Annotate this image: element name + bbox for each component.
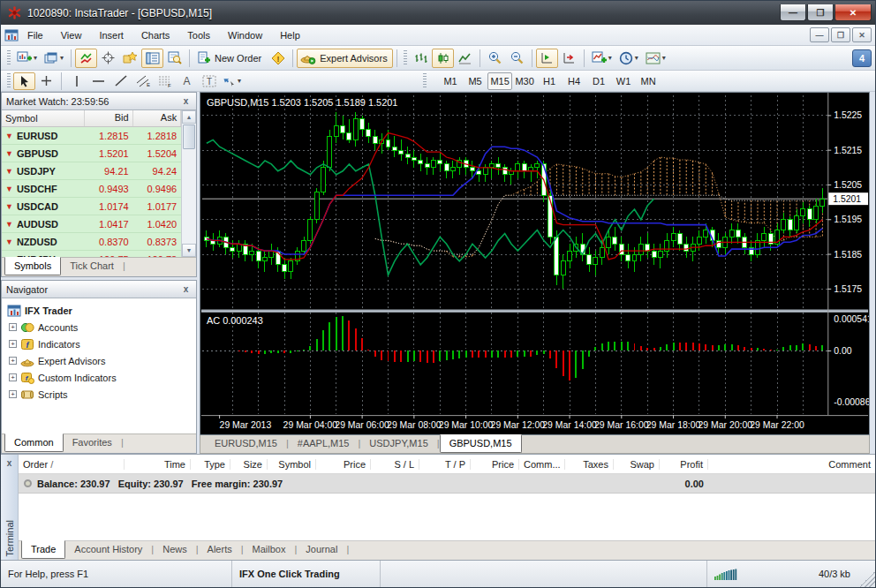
menu-window[interactable]: Window: [219, 27, 271, 43]
text-label-button[interactable]: T: [198, 72, 220, 90]
menu-file[interactable]: File: [19, 27, 52, 43]
horizontal-line-button[interactable]: [87, 72, 110, 90]
column-header-symbol[interactable]: Symbol: [2, 110, 85, 126]
child-restore-button[interactable]: ❐: [831, 27, 850, 42]
crosshair-button[interactable]: [97, 49, 119, 68]
navigator-item-custom-indicators[interactable]: +fCustom Indicators: [4, 369, 194, 386]
favorites-button[interactable]: [119, 49, 141, 68]
period-button-mn[interactable]: MN: [636, 72, 661, 90]
terminal-column-comm[interactable]: Comm...: [519, 459, 565, 470]
terminal-tab-trade[interactable]: Trade: [21, 540, 65, 559]
navigator-item-indicators[interactable]: +fIndicators: [4, 335, 194, 352]
terminal-column-tp[interactable]: T / P: [419, 459, 471, 470]
market-watch-row[interactable]: ▼GBPUSD1.52011.5204: [2, 145, 181, 162]
profiles-button[interactable]: ▾: [41, 49, 67, 68]
navigator-close-icon[interactable]: x: [180, 283, 192, 295]
period-button-h1[interactable]: H1: [537, 72, 562, 90]
chart-shift-button[interactable]: [558, 49, 580, 68]
child-window-icon[interactable]: [4, 29, 19, 41]
market-watch-scrollbar[interactable]: ▲ ▼: [181, 110, 196, 257]
menu-view[interactable]: View: [52, 27, 91, 43]
market-watch-close-icon[interactable]: x: [180, 95, 192, 107]
navigator-item-expert-advisors[interactable]: +Expert Advisors: [4, 352, 194, 369]
expand-icon[interactable]: +: [9, 390, 17, 398]
period-button-m30[interactable]: M30: [512, 72, 537, 90]
terminal-column-swap[interactable]: Swap: [614, 459, 660, 470]
chart-tab--aapl-m15[interactable]: #AAPL,M15: [289, 435, 359, 452]
period-button-m1[interactable]: M1: [438, 72, 463, 90]
terminal-close-icon[interactable]: x: [4, 457, 15, 469]
indicators-button[interactable]: ▾: [588, 49, 615, 68]
terminal-column-profit[interactable]: Profit: [660, 459, 708, 470]
chart-canvas[interactable]: 1.52251.52151.52051.51951.51851.51751.52…: [200, 92, 870, 435]
toolbar-grip[interactable]: [7, 73, 11, 89]
tab-symbols[interactable]: Symbols: [4, 257, 61, 275]
terminal-column-price[interactable]: Price: [316, 459, 371, 470]
terminal-tab-news[interactable]: News: [154, 541, 196, 558]
scroll-down-icon[interactable]: ▼: [182, 244, 196, 257]
expert-advisors-button[interactable]: Expert Advisors: [297, 49, 392, 68]
market-watch-row[interactable]: ▼AUDUSD1.04171.0420: [2, 215, 181, 233]
terminal-column-comment[interactable]: Comment: [708, 459, 875, 470]
terminal-column-time[interactable]: Time: [125, 459, 191, 470]
terminal-column-type[interactable]: Type: [191, 459, 230, 470]
terminal-column-size[interactable]: Size: [230, 459, 268, 470]
chart-tab-usdjpy-m15[interactable]: USDJPY,M15: [360, 435, 436, 452]
terminal-tab-journal[interactable]: Journal: [297, 541, 346, 558]
status-one-click[interactable]: IFX One Click Trading: [232, 561, 381, 587]
terminal-tab-account-history[interactable]: Account History: [65, 541, 151, 558]
market-watch-row[interactable]: ▼USDCAD1.01741.0177: [2, 198, 181, 215]
expand-icon[interactable]: +: [9, 323, 17, 331]
arrows-button[interactable]: ▾: [220, 72, 245, 90]
templates-button[interactable]: ▾: [642, 49, 669, 68]
toolbar-grip[interactable]: [404, 50, 407, 66]
navigator-item-root[interactable]: IFX Trader: [4, 302, 194, 319]
period-button-d1[interactable]: D1: [586, 72, 611, 90]
tab-favorites[interactable]: Favorites: [64, 434, 121, 451]
toolbar-grip[interactable]: [7, 50, 11, 66]
child-close-button[interactable]: ✕: [852, 27, 872, 42]
navigator-item-scripts[interactable]: +Scripts: [4, 386, 194, 403]
terminal-column-symbol[interactable]: Symbol: [268, 459, 316, 470]
bar-chart-type-button[interactable]: [410, 49, 432, 68]
new-order-button[interactable]: New Order: [193, 49, 267, 68]
column-header-bid[interactable]: Bid: [85, 110, 133, 126]
menu-insert[interactable]: Insert: [90, 27, 132, 43]
period-button-m15[interactable]: M15: [487, 72, 512, 90]
chart-tab-eurusd-m15[interactable]: EURUSD,M15: [206, 435, 286, 452]
terminal-column-price[interactable]: Price: [471, 459, 519, 470]
fibonacci-button[interactable]: F: [154, 72, 176, 90]
trendline-button[interactable]: [110, 72, 132, 90]
menu-help[interactable]: Help: [271, 27, 309, 43]
tab-tick-chart[interactable]: Tick Chart: [61, 258, 123, 275]
child-minimize-button[interactable]: —: [810, 27, 829, 42]
market-watch-row[interactable]: ▼EURJPY120.75120.78: [2, 251, 181, 257]
zoom-out-button[interactable]: [506, 49, 528, 68]
tick-chart-toggle[interactable]: [75, 49, 97, 68]
chart-tab-gbpusd-m15[interactable]: GBPUSD,M15: [440, 434, 522, 453]
market-watch-row[interactable]: ▼EURUSD1.28151.2818: [2, 127, 181, 145]
expand-icon[interactable]: +: [9, 373, 17, 381]
text-button[interactable]: A: [176, 72, 198, 90]
maximize-button[interactable]: ❐: [807, 4, 834, 21]
resize-grip[interactable]: [859, 571, 875, 587]
notifications-badge[interactable]: 4: [852, 49, 872, 67]
cursor-button[interactable]: [13, 72, 35, 90]
terminal-tab-mailbox[interactable]: Mailbox: [244, 541, 295, 558]
data-window-button[interactable]: [163, 49, 185, 68]
important-button[interactable]: !: [267, 49, 289, 68]
periods-button[interactable]: ▾: [615, 49, 642, 68]
market-watch-row[interactable]: ▼NZDUSD0.83700.8373: [2, 233, 181, 251]
line-chart-type-button[interactable]: [454, 49, 476, 68]
expand-icon[interactable]: +: [9, 340, 17, 348]
candlestick-type-button[interactable]: [432, 49, 454, 68]
tab-common[interactable]: Common: [4, 433, 64, 452]
period-button-h4[interactable]: H4: [562, 72, 586, 90]
zoom-in-button[interactable]: [484, 49, 506, 68]
minimize-button[interactable]: —: [780, 4, 806, 21]
auto-scroll-toggle[interactable]: [536, 49, 558, 68]
vertical-line-button[interactable]: [65, 72, 87, 90]
period-button-w1[interactable]: W1: [611, 72, 636, 90]
menu-tools[interactable]: Tools: [178, 27, 219, 43]
scroll-up-icon[interactable]: ▲: [182, 110, 196, 124]
